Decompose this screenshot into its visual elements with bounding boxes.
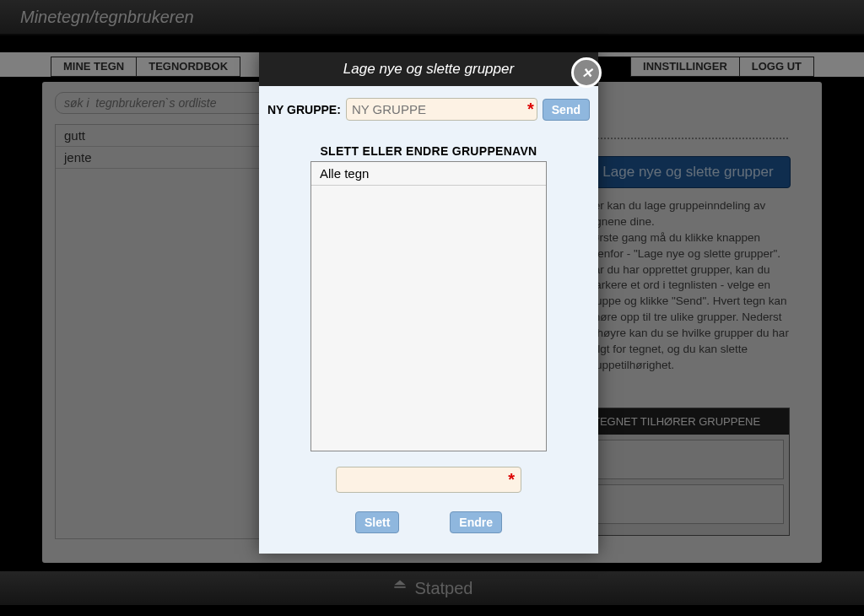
send-button[interactable]: Send (543, 99, 590, 121)
rename-button[interactable]: Endre (450, 511, 502, 533)
required-star-icon: * (508, 470, 515, 489)
group-list-title: SLETT ELLER ENDRE GRUPPENAVN (267, 144, 590, 158)
delete-button[interactable]: Slett (355, 511, 399, 533)
group-list-item[interactable]: Alle tegn (311, 162, 546, 186)
group-rename-input[interactable] (336, 467, 521, 493)
close-icon[interactable] (571, 57, 602, 88)
new-group-label: NY GRUPPE: (267, 103, 341, 116)
groups-modal: Lage nye og slette grupper NY GRUPPE: * … (259, 52, 598, 554)
modal-title: Lage nye og slette grupper (343, 61, 514, 77)
new-group-input[interactable] (346, 98, 537, 121)
group-list[interactable]: Alle tegn (310, 161, 547, 451)
modal-title-bar: Lage nye og slette grupper (259, 52, 598, 86)
required-star-icon: * (527, 100, 534, 119)
